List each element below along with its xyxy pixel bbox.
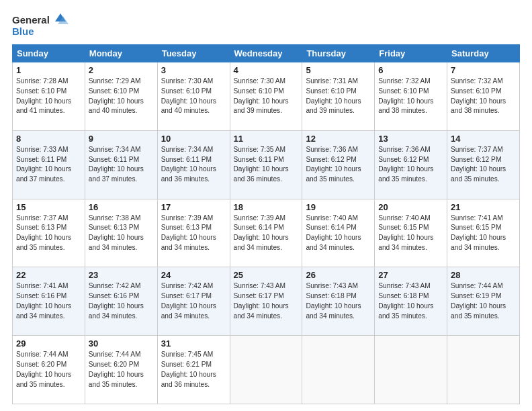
calendar-cell: 16 Sunrise: 7:38 AMSunset: 6:13 PMDaylig… <box>85 199 157 267</box>
calendar-cell: 27 Sunrise: 7:43 AMSunset: 6:18 PMDaylig… <box>375 267 447 336</box>
day-info: Sunrise: 7:42 AMSunset: 6:16 PMDaylight:… <box>89 282 144 319</box>
calendar-cell: 24 Sunrise: 7:42 AMSunset: 6:17 PMDaylig… <box>157 267 230 336</box>
day-info: Sunrise: 7:40 AMSunset: 6:14 PMDaylight:… <box>306 214 361 251</box>
weekday-header-wednesday: Wednesday <box>230 45 302 62</box>
calendar-cell: 1 Sunrise: 7:28 AMSunset: 6:10 PMDayligh… <box>13 62 85 131</box>
day-number: 7 <box>451 65 516 75</box>
day-number: 9 <box>89 134 154 144</box>
day-number: 6 <box>378 65 443 75</box>
calendar-cell: 18 Sunrise: 7:39 AMSunset: 6:14 PMDaylig… <box>230 199 302 267</box>
day-number: 23 <box>89 270 154 280</box>
day-info: Sunrise: 7:36 AMSunset: 6:12 PMDaylight:… <box>378 146 433 183</box>
weekday-header-friday: Friday <box>375 45 447 62</box>
calendar-header: SundayMondayTuesdayWednesdayThursdayFrid… <box>13 45 520 62</box>
logo: General Blue <box>12 12 73 38</box>
calendar-cell: 26 Sunrise: 7:43 AMSunset: 6:18 PMDaylig… <box>302 267 375 336</box>
day-info: Sunrise: 7:44 AMSunset: 6:19 PMDaylight:… <box>451 282 506 319</box>
weekday-header-sunday: Sunday <box>13 45 85 62</box>
day-number: 1 <box>16 65 81 75</box>
calendar-cell: 17 Sunrise: 7:39 AMSunset: 6:13 PMDaylig… <box>157 199 230 267</box>
calendar-cell: 23 Sunrise: 7:42 AMSunset: 6:16 PMDaylig… <box>85 267 157 336</box>
calendar-cell: 19 Sunrise: 7:40 AMSunset: 6:14 PMDaylig… <box>302 199 375 267</box>
day-number: 13 <box>378 134 443 144</box>
calendar-body: 1 Sunrise: 7:28 AMSunset: 6:10 PMDayligh… <box>13 62 520 404</box>
day-number: 30 <box>89 338 154 349</box>
day-info: Sunrise: 7:40 AMSunset: 6:15 PMDaylight:… <box>378 214 433 251</box>
calendar-cell: 13 Sunrise: 7:36 AMSunset: 6:12 PMDaylig… <box>375 130 447 199</box>
day-number: 18 <box>234 202 299 212</box>
day-number: 27 <box>378 270 443 280</box>
day-info: Sunrise: 7:43 AMSunset: 6:18 PMDaylight:… <box>306 282 361 319</box>
day-info: Sunrise: 7:44 AMSunset: 6:20 PMDaylight:… <box>16 351 71 387</box>
weekday-header-monday: Monday <box>85 45 157 62</box>
calendar-cell <box>375 336 447 404</box>
calendar-cell: 22 Sunrise: 7:41 AMSunset: 6:16 PMDaylig… <box>13 267 85 336</box>
calendar-cell: 3 Sunrise: 7:30 AMSunset: 6:10 PMDayligh… <box>157 62 230 131</box>
day-info: Sunrise: 7:39 AMSunset: 6:13 PMDaylight:… <box>161 214 216 251</box>
day-number: 17 <box>161 202 226 212</box>
calendar-cell <box>302 336 375 404</box>
calendar-week-1: 1 Sunrise: 7:28 AMSunset: 6:10 PMDayligh… <box>13 62 520 131</box>
calendar-week-4: 22 Sunrise: 7:41 AMSunset: 6:16 PMDaylig… <box>13 267 520 336</box>
day-info: Sunrise: 7:30 AMSunset: 6:10 PMDaylight:… <box>234 77 289 114</box>
day-info: Sunrise: 7:34 AMSunset: 6:11 PMDaylight:… <box>89 146 144 183</box>
calendar-table: SundayMondayTuesdayWednesdayThursdayFrid… <box>12 44 520 404</box>
day-info: Sunrise: 7:43 AMSunset: 6:18 PMDaylight:… <box>378 282 433 319</box>
calendar-cell: 31 Sunrise: 7:45 AMSunset: 6:21 PMDaylig… <box>157 336 230 404</box>
svg-text:Blue: Blue <box>12 26 34 37</box>
calendar-cell: 2 Sunrise: 7:29 AMSunset: 6:10 PMDayligh… <box>85 62 157 131</box>
logo-svg: General Blue <box>12 12 73 38</box>
svg-text:General: General <box>12 14 50 26</box>
day-number: 3 <box>161 65 226 75</box>
day-info: Sunrise: 7:36 AMSunset: 6:12 PMDaylight:… <box>306 146 361 183</box>
calendar-cell: 14 Sunrise: 7:37 AMSunset: 6:12 PMDaylig… <box>447 130 520 199</box>
day-info: Sunrise: 7:34 AMSunset: 6:11 PMDaylight:… <box>161 146 216 183</box>
calendar-cell: 4 Sunrise: 7:30 AMSunset: 6:10 PMDayligh… <box>230 62 302 131</box>
day-number: 5 <box>306 65 371 75</box>
day-number: 20 <box>378 202 443 212</box>
day-number: 22 <box>16 270 81 280</box>
day-number: 8 <box>16 134 81 144</box>
calendar-cell: 7 Sunrise: 7:32 AMSunset: 6:10 PMDayligh… <box>447 62 520 131</box>
weekday-header-thursday: Thursday <box>302 45 375 62</box>
day-info: Sunrise: 7:41 AMSunset: 6:16 PMDaylight:… <box>16 282 71 319</box>
day-info: Sunrise: 7:32 AMSunset: 6:10 PMDaylight:… <box>451 77 506 114</box>
weekday-header-row: SundayMondayTuesdayWednesdayThursdayFrid… <box>13 45 520 62</box>
day-info: Sunrise: 7:28 AMSunset: 6:10 PMDaylight:… <box>16 77 71 114</box>
calendar-cell: 12 Sunrise: 7:36 AMSunset: 6:12 PMDaylig… <box>302 130 375 199</box>
calendar-week-2: 8 Sunrise: 7:33 AMSunset: 6:11 PMDayligh… <box>13 130 520 199</box>
weekday-header-saturday: Saturday <box>447 45 520 62</box>
calendar-cell: 11 Sunrise: 7:35 AMSunset: 6:11 PMDaylig… <box>230 130 302 199</box>
calendar-cell <box>230 336 302 404</box>
day-number: 14 <box>451 134 516 144</box>
day-number: 19 <box>306 202 371 212</box>
header: General Blue <box>12 12 520 38</box>
calendar-cell: 10 Sunrise: 7:34 AMSunset: 6:11 PMDaylig… <box>157 130 230 199</box>
day-info: Sunrise: 7:32 AMSunset: 6:10 PMDaylight:… <box>378 77 433 114</box>
day-info: Sunrise: 7:31 AMSunset: 6:10 PMDaylight:… <box>306 77 361 114</box>
calendar-cell: 30 Sunrise: 7:44 AMSunset: 6:20 PMDaylig… <box>85 336 157 404</box>
day-number: 4 <box>234 65 299 75</box>
day-info: Sunrise: 7:35 AMSunset: 6:11 PMDaylight:… <box>234 146 289 183</box>
day-number: 26 <box>306 270 371 280</box>
calendar-cell <box>447 336 520 404</box>
day-info: Sunrise: 7:44 AMSunset: 6:20 PMDaylight:… <box>89 351 144 387</box>
day-number: 29 <box>16 338 81 349</box>
day-number: 16 <box>89 202 154 212</box>
calendar-cell: 6 Sunrise: 7:32 AMSunset: 6:10 PMDayligh… <box>375 62 447 131</box>
day-number: 12 <box>306 134 371 144</box>
weekday-header-tuesday: Tuesday <box>157 45 230 62</box>
day-number: 31 <box>161 338 226 349</box>
calendar-week-3: 15 Sunrise: 7:37 AMSunset: 6:13 PMDaylig… <box>13 199 520 267</box>
page: General Blue SundayMondayTuesdayWednesda… <box>0 0 532 411</box>
calendar-cell: 8 Sunrise: 7:33 AMSunset: 6:11 PMDayligh… <box>13 130 85 199</box>
day-info: Sunrise: 7:41 AMSunset: 6:15 PMDaylight:… <box>451 214 506 251</box>
day-info: Sunrise: 7:30 AMSunset: 6:10 PMDaylight:… <box>161 77 216 114</box>
calendar-cell: 21 Sunrise: 7:41 AMSunset: 6:15 PMDaylig… <box>447 199 520 267</box>
day-number: 28 <box>451 270 516 280</box>
calendar-cell: 28 Sunrise: 7:44 AMSunset: 6:19 PMDaylig… <box>447 267 520 336</box>
day-info: Sunrise: 7:39 AMSunset: 6:14 PMDaylight:… <box>234 214 289 251</box>
calendar-week-5: 29 Sunrise: 7:44 AMSunset: 6:20 PMDaylig… <box>13 336 520 404</box>
calendar-cell: 15 Sunrise: 7:37 AMSunset: 6:13 PMDaylig… <box>13 199 85 267</box>
calendar-cell: 5 Sunrise: 7:31 AMSunset: 6:10 PMDayligh… <box>302 62 375 131</box>
